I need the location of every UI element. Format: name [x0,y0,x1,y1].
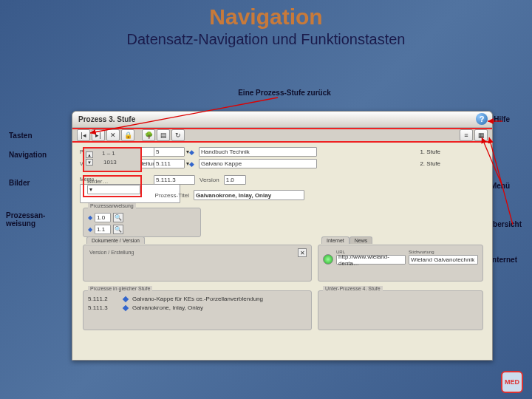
slide-title: Navigation [0,4,532,30]
pa-panel-title: Prozessanweisung [88,203,136,208]
pa-version2[interactable]: 1.1 [95,225,111,234]
list-item[interactable]: 5.111.3 Galvanokrone, Inlay, Onlay [88,304,307,311]
tab-internet[interactable]: Internet [321,236,349,244]
caption-bilder: Bilder [9,179,30,187]
pa-version1[interactable]: 1.0 [95,213,111,222]
level1-title[interactable]: Handbuch Technik [199,147,317,157]
list-code: 5.111.2 [88,296,119,302]
version-label: Version [200,177,219,183]
list-code: 5.111.3 [88,304,119,311]
footer-logo: MED [501,371,523,393]
dv-tab[interactable]: Dokumente / Version [86,236,145,244]
version-field[interactable]: 1.0 [224,175,246,185]
list-text: Galvano-Kappe für KEs ce.-Porzellanverbl… [132,296,263,302]
caption-prozessanweisung: Prozessan- weisung [6,211,45,228]
toolbar-refresh-button[interactable]: ↻ [171,129,185,141]
bilder-group: Bilder… ▾ [83,175,142,197]
process-title-field[interactable]: Galvanokrone, Inlay, Onlay [194,190,304,200]
caption-tasten: Tasten [9,132,33,140]
level3-row: 5.111.3 Version 1.0 [154,175,246,185]
caption-navigation: Navigation [9,151,47,159]
toolbar-lock-button[interactable]: 🔒 [121,129,134,141]
level1-row: 5 ◆ Handbuch Technik [154,147,317,157]
caption-hilfe: Hilfe [494,115,510,123]
diamond-icon: ◆ [189,160,194,168]
diamond-icon [123,296,129,301]
toolbar-menu-button[interactable]: ≡ [460,129,473,141]
toolbar-first-button[interactable]: |◂ [77,129,90,141]
window-title: Prozess 3. Stufe [78,115,135,123]
process-title-label: Prozess-Titel [154,192,189,199]
diamond-icon: ◆ [189,149,194,156]
toolbar-tree-button[interactable]: 🌳 [142,129,155,141]
level2-label: 2. Stufe [420,160,440,167]
tab-news[interactable]: News [349,236,373,244]
record-id: 1013 [103,159,117,166]
list-text: Galvanokrone, Inlay, Onlay [132,304,203,311]
caption-internet: Internet [490,256,517,264]
pg-title: Prozesse in gleicher Stufe [88,286,152,291]
stichwort-label: Stichwortung [409,250,478,254]
help-button[interactable]: ? [476,113,488,125]
diamond-icon: ◆ [88,214,92,221]
toolbar-last-button[interactable]: ▸| [92,129,105,141]
prozessanweisung-panel: Prozessanweisung ◆ 1.0 🔍 ◆ 1.1 🔍 [83,208,201,237]
toolbar: |◂ ▸| ✕ 🔒 🌳 ▤ ↻ ≡ ▦ [72,128,492,143]
nav-next-button[interactable]: ▼ [86,159,93,166]
record-navigator: ▲ ▼ 1 – 1 1013 [83,147,142,172]
toolbar-overview-button[interactable]: ▦ [474,129,488,141]
diamond-icon [123,304,129,310]
stichwort-field[interactable]: Wieland Galvanotechnik [409,255,478,265]
window-body: ▲ ▼ 1 – 1 1013 5 ◆ Handbuch Technik 1. S… [72,143,492,360]
nav-prev-button[interactable]: ▲ [86,151,93,158]
pa-search2-button[interactable]: 🔍 [113,225,123,234]
bilder-select[interactable]: ▾ [87,185,140,194]
sub-processes-panel: Unter-Prozesse 4. Stufe [318,290,483,330]
app-window: Prozess 3. Stufe ? |◂ ▸| ✕ 🔒 🌳 ▤ ↻ ≡ ▦ ▲… [72,111,493,361]
diamond-icon: ◆ [88,226,92,233]
level3-code[interactable]: 5.111.3 [154,175,195,185]
pa-search1-button[interactable]: 🔍 [113,213,123,222]
bilder-label: Bilder… [87,178,137,185]
dv-close-button[interactable]: ✕ [298,248,307,257]
record-pos: 1 – 1 [102,150,115,157]
internet-go-button[interactable] [323,254,333,265]
caption-menu: Menü [491,182,510,190]
toolbar-page-button[interactable]: ▤ [157,129,170,141]
level2-code[interactable]: 5.111 [154,159,185,168]
level1-code[interactable]: 5 [154,147,185,157]
processes-same-level-panel: Prozesse in gleicher Stufe 5.111.2 Galva… [83,290,312,330]
toolbar-delete-button[interactable]: ✕ [106,129,120,141]
dv-inner-label: Version / Erstellung [89,250,134,255]
process-title-row: Prozess-Titel Galvanokrone, Inlay, Onlay [154,190,304,200]
internet-panel: Internet News URL http://www.wieland-den… [318,245,483,282]
url-field[interactable]: http://www.wieland-denta… [336,255,406,265]
titlebar: Prozess 3. Stufe ? [72,112,492,128]
slide-subtitle: Datensatz-Navigation und Funktionstasten [0,31,532,48]
caption-back-step: Eine Prozess-Stufe zurück [222,89,347,97]
up-title: Unter-Prozesse 4. Stufe [323,286,383,291]
list-item[interactable]: 5.111.2 Galvano-Kappe für KEs ce.-Porzel… [88,296,307,302]
level2-title[interactable]: Galvano Kappe [199,159,317,168]
level1-label: 1. Stufe [420,149,440,155]
level2-row: 5.111 ◆ Galvano Kappe [154,159,317,168]
documents-version-panel: Dokumente / Version Version / Erstellung… [83,245,312,282]
